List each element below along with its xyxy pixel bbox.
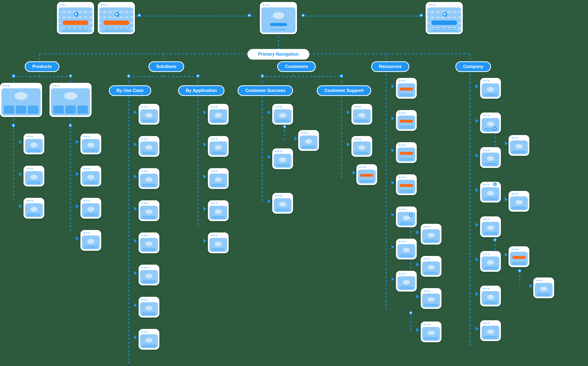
use-case-page-5[interactable]: [139, 232, 159, 253]
arrow-icon: [134, 110, 137, 114]
products-b-page-3[interactable]: [80, 198, 101, 219]
company-page-2[interactable]: [480, 113, 501, 133]
arrow-icon: [134, 335, 137, 339]
products-b-page-1[interactable]: [80, 134, 101, 154]
products-a-page-3[interactable]: [24, 198, 44, 219]
nav-resources[interactable]: Resources: [371, 61, 409, 72]
app-home-page[interactable]: [260, 2, 297, 34]
resources-page-3[interactable]: [396, 142, 417, 163]
resources-page-4[interactable]: [396, 174, 417, 195]
company-page-8[interactable]: [480, 320, 501, 341]
arrow-icon: [476, 84, 479, 88]
arrow-icon: [392, 149, 394, 153]
arrow-icon: [392, 116, 394, 120]
resources-sub-a-1[interactable]: [421, 224, 441, 245]
resources-page-5[interactable]: [396, 206, 417, 227]
resources-sub-a-2[interactable]: [421, 256, 441, 277]
arrow-icon: [134, 239, 137, 243]
resources-sub-b-1[interactable]: [421, 321, 441, 342]
arrow-icon: [476, 119, 479, 123]
arrow-icon: [134, 175, 137, 179]
company-sub-sub-page[interactable]: [533, 277, 554, 298]
arrow-icon: [19, 172, 22, 176]
customer-success-detail[interactable]: [298, 130, 319, 151]
use-case-page-3[interactable]: [139, 168, 159, 189]
company-sub-cta[interactable]: [509, 246, 529, 267]
nav-products[interactable]: Products: [25, 61, 59, 72]
landing-page-b[interactable]: [98, 2, 135, 34]
company-page-5[interactable]: [480, 216, 501, 237]
company-sub-page-a[interactable]: [509, 135, 529, 156]
arrow-icon: [392, 84, 394, 88]
application-page-3[interactable]: [208, 168, 229, 189]
company-page-6[interactable]: [480, 251, 501, 272]
application-page-1[interactable]: [208, 104, 229, 125]
resources-page-7[interactable]: [396, 271, 417, 292]
connector-dot: [518, 269, 521, 273]
landing-page-a[interactable]: [57, 2, 94, 34]
arrow-icon: [268, 155, 271, 159]
application-page-2[interactable]: [208, 136, 229, 157]
connector-dot: [12, 74, 15, 78]
use-case-page-7[interactable]: [139, 297, 159, 318]
subnav-by-use-case[interactable]: By Use Case: [109, 85, 151, 96]
connector-dot: [69, 124, 72, 127]
arrow-icon: [134, 271, 137, 275]
arrow-icon: [347, 110, 350, 114]
nav-customers[interactable]: Customers: [277, 61, 316, 72]
arrow-icon: [268, 110, 271, 114]
customer-support-page-2[interactable]: [351, 136, 372, 157]
resources-page-1[interactable]: [396, 78, 417, 99]
arrow-icon: [134, 303, 137, 307]
connector-dot: [340, 74, 343, 78]
customer-success-page-1[interactable]: [272, 104, 293, 125]
subnav-by-application[interactable]: By Application: [178, 85, 224, 96]
connector-dot: [138, 14, 141, 17]
arrow-icon: [76, 172, 79, 176]
use-case-page-2[interactable]: [139, 136, 159, 157]
connector-dot: [409, 311, 413, 315]
arrow-icon: [476, 154, 479, 158]
customer-support-cta[interactable]: [356, 164, 377, 185]
resources-page-2[interactable]: [396, 110, 417, 131]
products-a-page-1[interactable]: [24, 134, 44, 154]
arrow-icon: [203, 110, 206, 114]
arrow-icon: [476, 188, 479, 192]
arrow-icon: [392, 181, 394, 185]
arrow-icon: [203, 239, 206, 243]
application-page-5[interactable]: [208, 232, 229, 253]
nav-company[interactable]: Company: [455, 61, 491, 72]
landing-page-c[interactable]: [426, 2, 463, 34]
nav-solutions[interactable]: Solutions: [148, 61, 184, 72]
company-page-1[interactable]: [480, 78, 501, 99]
customer-success-page-3[interactable]: [272, 193, 293, 214]
arrow-icon: [416, 262, 419, 266]
arrow-icon: [353, 171, 356, 175]
arrow-icon: [476, 292, 479, 296]
products-b-page-2[interactable]: [80, 166, 101, 186]
arrow-icon: [476, 223, 479, 227]
use-case-page-8[interactable]: [139, 329, 159, 350]
resources-sub-a-3[interactable]: [421, 288, 441, 309]
customer-success-page-2[interactable]: [272, 148, 293, 169]
use-case-page-4[interactable]: [139, 200, 159, 221]
connector-dot: [196, 74, 200, 78]
connector-dot: [493, 127, 497, 130]
customer-support-page-1[interactable]: [351, 104, 372, 125]
application-page-4[interactable]: [208, 200, 229, 221]
use-case-page-6[interactable]: [139, 265, 159, 285]
resources-page-6[interactable]: [396, 239, 417, 259]
connector-dot: [419, 14, 423, 17]
products-hub-a[interactable]: [0, 83, 42, 117]
subnav-customer-support[interactable]: Customer Support: [317, 85, 371, 96]
products-b-page-4[interactable]: [80, 230, 101, 251]
company-page-4[interactable]: [480, 182, 501, 203]
company-page-3[interactable]: [480, 147, 501, 168]
products-a-page-2[interactable]: [24, 166, 44, 186]
use-case-page-1[interactable]: [139, 104, 159, 125]
connector-dot: [12, 124, 15, 127]
products-hub-b[interactable]: [49, 83, 92, 117]
company-page-7[interactable]: [480, 286, 501, 306]
subnav-customer-success[interactable]: Customer Success: [238, 85, 293, 96]
company-sub-page-b[interactable]: [509, 191, 529, 212]
